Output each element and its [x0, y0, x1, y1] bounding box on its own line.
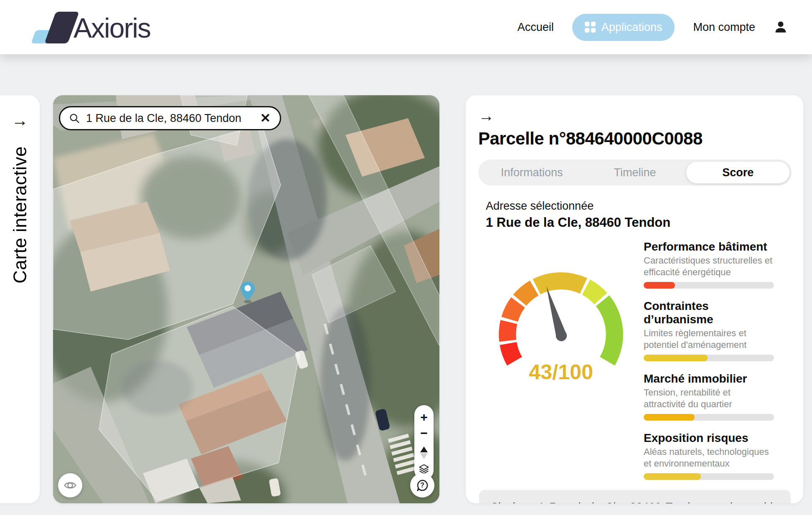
map-search-input[interactable] [86, 112, 259, 125]
toggle-overlay-button[interactable] [58, 473, 82, 497]
gauge-needle [541, 284, 568, 342]
tab-timeline[interactable]: Timeline [584, 162, 687, 183]
panel-collapse-arrow-icon[interactable]: → [478, 108, 792, 124]
nav-mon-compte[interactable]: Mon compte [693, 21, 755, 34]
gauge-score-text: 43/100 [529, 360, 593, 384]
progress-fill [644, 282, 675, 289]
category-description: Limites règlementaires et potentiel d'am… [644, 327, 774, 350]
score-section: 43/100 Performance bâtiment Caractéristi… [478, 239, 792, 480]
applications-button[interactable]: Applications [572, 14, 675, 41]
tab-score[interactable]: Score [686, 162, 789, 183]
category-performance-batiment: Performance bâtiment Caractéristiques st… [644, 240, 774, 289]
score-categories: Performance bâtiment Caractéristiques st… [644, 239, 774, 480]
progress-fill [644, 473, 701, 480]
map-controls: + − [414, 405, 434, 480]
category-description: Aléas naturels, technologiques et enviro… [644, 446, 774, 469]
help-icon: ? [415, 478, 429, 492]
map-search-bar: ✕ [59, 106, 281, 130]
parcel-tabs: Informations Timeline Score [478, 160, 792, 185]
nav-accueil[interactable]: Accueil [518, 21, 554, 34]
category-title: Performance bâtiment [644, 240, 774, 254]
compass-icon[interactable] [420, 447, 428, 459]
category-title: Exposition risques [644, 431, 774, 445]
parcel-panel: → Parcelle n°884640000C0088 Informations… [466, 95, 803, 503]
parcel-title: Parcelle n°884640000C0088 [478, 129, 792, 149]
progress-track [644, 355, 774, 361]
sidebar-title: Carte interactive [10, 146, 30, 284]
brand-logo[interactable]: Axioris [30, 10, 150, 44]
map-pin-icon [239, 281, 256, 304]
category-description: Tension, rentabilité et attractivité du … [644, 387, 774, 410]
logo-mark-icon [30, 10, 76, 44]
close-icon: ✕ [260, 111, 271, 125]
progress-fill [644, 414, 695, 421]
help-glyph: ? [420, 482, 424, 489]
brand-name: Axioris [74, 14, 150, 44]
selected-address: 1 Rue de la Cle, 88460 Tendon [486, 215, 792, 230]
applications-label: Applications [601, 21, 662, 34]
category-exposition-risques: Exposition risques Aléas naturels, techn… [644, 431, 774, 480]
score-gauge: 43/100 [489, 263, 633, 388]
map-panel: ✕ + − ? [53, 95, 439, 503]
zoom-out-button[interactable]: − [420, 425, 428, 441]
progress-track [644, 414, 774, 421]
category-contraintes-urbanisme: Contraintes d’urbanisme Limites règlemen… [644, 299, 774, 361]
app-header: Axioris Accueil Applications Mon compte [0, 0, 812, 54]
progress-track [644, 473, 774, 480]
address-label: Adresse sélectionnée [486, 200, 792, 213]
help-button[interactable]: ? [410, 473, 434, 497]
progress-fill [644, 355, 708, 361]
search-icon [69, 112, 80, 124]
summary-box: Situé au 1 Rue de la Cle, 88460 Tendon, … [479, 490, 791, 503]
header-nav: Accueil Applications Mon compte [518, 14, 788, 41]
category-description: Caractéristiques structurelles et effica… [644, 255, 774, 278]
eye-icon [63, 479, 77, 492]
user-icon[interactable] [774, 20, 788, 34]
zoom-in-button[interactable]: + [420, 409, 428, 425]
category-title: Marché immobilier [644, 372, 774, 386]
apps-grid-icon [585, 22, 596, 33]
tab-informations[interactable]: Informations [480, 162, 584, 183]
category-title: Contraintes d’urbanisme [644, 299, 774, 326]
clear-search-button[interactable]: ✕ [259, 112, 272, 124]
sidebar-expand-arrow-icon[interactable]: → [12, 112, 28, 129]
map-sidebar-collapsed: → Carte interactive [0, 95, 40, 503]
progress-track [644, 282, 774, 289]
category-marche-immobilier: Marché immobilier Tension, rentabilité e… [644, 372, 774, 421]
